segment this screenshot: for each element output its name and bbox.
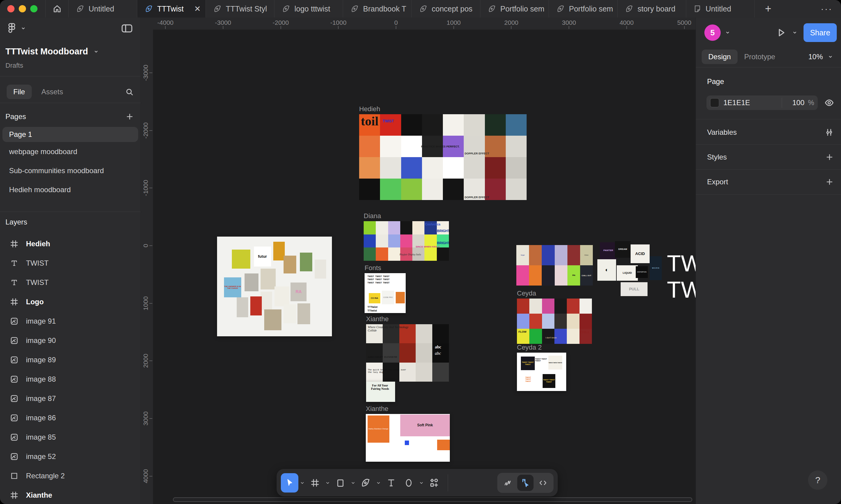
file-tab-4[interactable]: logo tttwist xyxy=(274,0,343,18)
frame-title-xianthe-2[interactable]: Xianthe xyxy=(366,405,388,413)
frame-fonts[interactable]: CO INACODE PROTWIST TWIST TWISTTWIST TWI… xyxy=(365,273,406,313)
tab-design[interactable]: Design xyxy=(702,50,738,64)
artwork-tile xyxy=(297,303,310,324)
file-tab-5[interactable]: Brandbook T xyxy=(343,0,411,18)
layers-list: HediehTWISTTWISTLogoimage 91image 90imag… xyxy=(0,234,141,504)
frame-title-ceyda[interactable]: Ceyda xyxy=(517,289,536,297)
add-page-button[interactable] xyxy=(125,112,134,121)
close-tab-icon[interactable]: ✕ xyxy=(192,4,203,14)
frame-hedieh[interactable]: toilTWISTPRACTICE MAKES PERFECT.DOPPLER … xyxy=(359,114,527,200)
layer-row-image-87[interactable]: image 87 xyxy=(0,389,141,408)
search-button[interactable] xyxy=(125,87,134,96)
tab-prototype[interactable]: Prototype xyxy=(738,50,782,64)
zoom-chevron[interactable] xyxy=(827,53,834,60)
frame-tool-button[interactable] xyxy=(306,473,324,492)
comment-tool-chevron[interactable] xyxy=(418,480,425,486)
page-item-4[interactable]: Hedieh moodboard xyxy=(0,180,141,199)
layer-row-xianthe[interactable]: Xianthe xyxy=(0,486,141,504)
help-button[interactable]: ? xyxy=(808,470,827,490)
tab-assets[interactable]: Assets xyxy=(35,85,70,99)
current-user-avatar[interactable]: 5 xyxy=(704,24,721,41)
add-style-button[interactable] xyxy=(825,153,834,161)
measure-button[interactable] xyxy=(517,475,533,491)
users-chevron[interactable] xyxy=(724,29,731,36)
file-location-label[interactable]: Drafts xyxy=(0,61,141,70)
dev-code-button[interactable] xyxy=(535,475,551,491)
layer-row-image-88[interactable]: image 88 xyxy=(0,370,141,389)
frame-title-ceyda-2[interactable]: Ceyda 2 xyxy=(517,344,542,352)
zoom-level[interactable]: 10% xyxy=(808,53,823,61)
page-color-value[interactable]: 1E1E1E xyxy=(723,98,782,107)
layer-row-image-52[interactable]: image 52 xyxy=(0,447,141,466)
layer-row-hedieh[interactable]: Hedieh xyxy=(0,234,141,253)
draw-annotate-button[interactable] xyxy=(500,475,516,491)
file-tab-7[interactable]: Portfolio sem xyxy=(480,0,549,18)
text-tool-button[interactable] xyxy=(382,473,400,492)
file-tab-3[interactable]: TTTwist Styl xyxy=(206,0,274,18)
present-button[interactable] xyxy=(776,27,787,38)
frame-title-fonts[interactable]: Fonts xyxy=(365,264,381,272)
window-zoom-button[interactable] xyxy=(30,5,37,12)
new-tab-button[interactable]: + xyxy=(755,0,782,18)
toggle-sidebar-button[interactable] xyxy=(121,23,133,33)
pen-tool-chevron[interactable] xyxy=(374,480,382,486)
page-item-2[interactable]: webpage moodboard xyxy=(0,142,141,161)
layer-row-logo[interactable]: Logo xyxy=(0,292,141,311)
page-item-1[interactable]: Page 1 xyxy=(2,127,138,142)
home-button[interactable] xyxy=(45,0,68,18)
frame-logo-cluster[interactable]: forgetCitronAaCHILL OUTPANTERDREAMACIDW … xyxy=(516,237,662,307)
frame-xianthe-1[interactable]: Where Creativity And Technology Collidea… xyxy=(366,324,449,382)
page-item-3[interactable]: Sub-communities moodboard xyxy=(0,161,141,180)
layer-row-twist[interactable]: TWIST xyxy=(0,273,141,292)
shape-tool-chevron[interactable] xyxy=(349,480,357,486)
page-opacity-value[interactable]: 100 xyxy=(782,98,804,107)
move-tool-button[interactable] xyxy=(281,473,298,492)
frame-xianthe-pairing[interactable]: For All Your Pairing Needs xyxy=(366,382,395,402)
comment-tool-button[interactable] xyxy=(400,473,418,492)
figma-logo-icon[interactable] xyxy=(8,23,16,34)
frame-title-xianthe-1[interactable]: Xianthe xyxy=(366,315,389,323)
frame-ceyda-2[interactable]: TWIST TWIST TWISTtwist twist twistTWIST … xyxy=(517,353,566,391)
file-tab-6[interactable]: concept pos xyxy=(411,0,480,18)
add-export-button[interactable] xyxy=(825,178,834,186)
file-title[interactable]: TTTwist Moodboard xyxy=(5,47,88,56)
file-tab-1[interactable]: Untitled xyxy=(68,0,137,18)
file-tab-10[interactable]: Untitled xyxy=(686,0,755,18)
layer-row-image-91[interactable]: image 91 xyxy=(0,311,141,331)
frame-xianthe-2[interactable]: Harley Davidson OrangeSoft Pink xyxy=(366,414,450,462)
window-minimize-button[interactable] xyxy=(19,5,26,12)
tab-file[interactable]: File xyxy=(7,85,32,99)
window-close-button[interactable] xyxy=(7,5,15,12)
layer-row-image-86[interactable]: image 86 xyxy=(0,408,141,428)
actions-button[interactable] xyxy=(425,473,443,492)
file-tab-8[interactable]: Portfolio sem xyxy=(549,0,617,18)
open-variables-button[interactable] xyxy=(825,128,834,137)
file-title-chevron[interactable] xyxy=(93,48,100,55)
layer-row-image-89[interactable]: image 89 xyxy=(0,350,141,370)
layer-row-rectangle-2[interactable]: Rectangle 2 xyxy=(0,466,141,486)
layer-row-twist[interactable]: TWIST xyxy=(0,253,141,273)
file-tab-9[interactable]: story board xyxy=(617,0,686,18)
window-more-menu-button[interactable]: ··· xyxy=(821,0,833,18)
layer-row-image-85[interactable]: image 85 xyxy=(0,428,141,447)
present-chevron[interactable] xyxy=(791,29,798,36)
frame-ceyda[interactable]: FLOWCHILLi don't know xyxy=(517,299,592,344)
layer-row-image-90[interactable]: image 90 xyxy=(0,331,141,350)
share-button[interactable]: Share xyxy=(804,23,837,42)
figma-menu-chevron[interactable] xyxy=(20,25,27,32)
frame-title-hedieh[interactable]: Hedieh xyxy=(359,105,380,113)
page-visibility-button[interactable] xyxy=(824,98,834,108)
frame-tool-chevron[interactable] xyxy=(324,480,332,486)
shape-tool-button[interactable] xyxy=(332,473,349,492)
horizontal-scrollbar[interactable] xyxy=(173,497,692,502)
canvas[interactable]: futurTHE ANSWER IS IN THE CHAOSRAHedieht… xyxy=(141,18,696,504)
frame-white-moodboard[interactable]: futurTHE ANSWER IS IN THE CHAOSRA xyxy=(217,237,332,336)
canvas-text-twist-2[interactable]: TWIST xyxy=(667,276,696,303)
frame-diana[interactable]: CoolveticaBRIGHTBRIGHTSINCE WHEN HAS ITP… xyxy=(364,221,449,261)
move-tool-chevron[interactable] xyxy=(298,480,306,486)
frame-title-diana[interactable]: Diana xyxy=(364,212,381,220)
page-color-swatch[interactable] xyxy=(710,98,719,107)
file-tab-2[interactable]: TTTwist✕ xyxy=(137,0,206,18)
pen-tool-button[interactable] xyxy=(357,473,374,492)
canvas-text-twist-1[interactable]: TWIST xyxy=(667,250,696,276)
